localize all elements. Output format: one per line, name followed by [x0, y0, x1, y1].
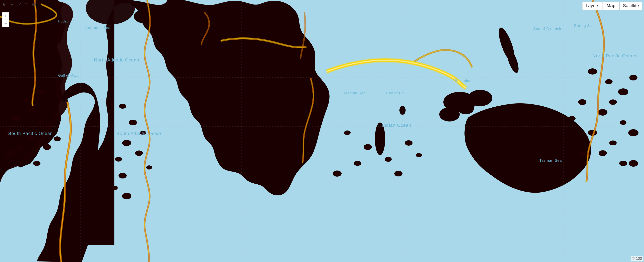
point-tool[interactable]: ●	[9, 2, 15, 7]
svg-point-57	[629, 160, 638, 167]
svg-point-7	[134, 9, 156, 23]
svg-point-23	[33, 161, 40, 166]
zoom-in-button[interactable]: +	[2, 12, 10, 19]
svg-point-48	[620, 120, 626, 125]
svg-point-12	[37, 89, 45, 95]
svg-point-41	[394, 171, 402, 176]
svg-point-9	[166, 32, 173, 46]
shape-tool[interactable]	[24, 2, 30, 7]
svg-point-25	[129, 120, 137, 125]
svg-point-13	[24, 98, 30, 102]
svg-point-17	[5, 129, 15, 136]
svg-point-35	[364, 144, 372, 150]
svg-point-4	[468, 90, 492, 106]
svg-point-20	[43, 144, 51, 150]
svg-point-5	[439, 107, 460, 121]
svg-point-40	[416, 153, 422, 157]
svg-point-53	[628, 129, 638, 136]
svg-rect-69	[34, 3, 36, 4]
svg-point-16	[38, 120, 44, 125]
zoom-out-button[interactable]: −	[2, 19, 10, 27]
svg-point-24	[119, 104, 126, 109]
svg-point-15	[12, 115, 21, 121]
svg-point-36	[354, 161, 361, 166]
map-view-button[interactable]: Map	[603, 2, 619, 10]
attribution: © 100	[631, 256, 643, 261]
svg-point-54	[599, 150, 607, 156]
svg-point-10	[375, 123, 385, 155]
svg-point-29	[135, 151, 143, 156]
svg-point-18	[27, 136, 34, 142]
svg-point-34	[344, 130, 350, 135]
svg-point-43	[605, 79, 612, 84]
svg-point-33	[122, 193, 131, 199]
map-svg	[0, 0, 644, 262]
svg-point-26	[140, 131, 146, 135]
svg-rect-71	[34, 5, 36, 6]
svg-point-8	[173, 23, 183, 42]
svg-point-39	[405, 140, 412, 146]
grid-tool[interactable]	[31, 2, 37, 7]
svg-rect-70	[32, 5, 34, 6]
svg-point-30	[146, 165, 152, 170]
zoom-controls: + −	[2, 12, 10, 27]
svg-point-14	[29, 108, 36, 113]
svg-point-55	[619, 161, 627, 166]
svg-point-31	[118, 173, 127, 179]
svg-point-44	[618, 88, 628, 95]
map-container: North Atlantic Ocean South Atlantic Ocea…	[0, 0, 644, 262]
svg-point-37	[332, 171, 342, 177]
svg-point-6	[458, 102, 474, 114]
svg-point-52	[609, 141, 616, 145]
layers-button[interactable]: Layers	[582, 2, 603, 10]
svg-point-38	[385, 157, 392, 162]
satellite-view-button[interactable]: Satellite	[620, 2, 642, 10]
map-tools-bar: ●	[2, 2, 37, 7]
svg-rect-68	[32, 3, 34, 4]
line-tool[interactable]	[16, 2, 22, 7]
svg-point-22	[6, 150, 15, 156]
cursor-tool[interactable]	[2, 2, 7, 7]
svg-point-56	[579, 151, 586, 155]
svg-point-50	[568, 116, 576, 121]
svg-point-27	[122, 140, 131, 146]
svg-point-19	[18, 145, 23, 149]
svg-point-47	[598, 109, 608, 116]
svg-point-28	[115, 157, 122, 162]
top-controls: Layers Map Satellite	[582, 2, 642, 10]
svg-point-32	[111, 186, 118, 190]
svg-point-42	[588, 68, 597, 74]
svg-point-21	[54, 136, 61, 141]
